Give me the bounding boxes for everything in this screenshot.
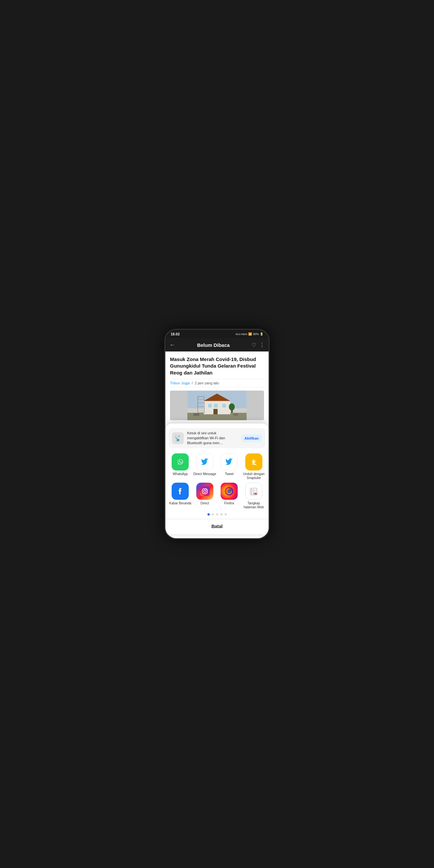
whatsapp-icon	[172, 454, 189, 470]
tweet-icon	[221, 454, 238, 470]
nav-bar: ← Belum Dibaca ♡ ⋮	[165, 338, 269, 351]
heart-button[interactable]: ♡	[251, 342, 256, 348]
svg-point-14	[229, 403, 235, 410]
article-title: Masuk Zona Merah Covid-19, Disbud Gunung…	[170, 356, 264, 376]
svg-rect-8	[213, 409, 218, 414]
svg-rect-31	[252, 489, 255, 490]
facebook-icon	[172, 483, 189, 500]
data-speed: 43.0 KB/S	[236, 333, 247, 336]
svg-rect-20	[252, 464, 256, 465]
dot-2	[212, 513, 214, 516]
svg-rect-5	[208, 404, 212, 407]
back-button[interactable]: ←	[169, 342, 175, 348]
page-title: Belum Dibaca	[178, 342, 249, 348]
apps-grid: WhatsApp Direct Message	[169, 454, 265, 509]
wifi-bluetooth-icon: 📡	[174, 435, 182, 442]
dot-5	[224, 513, 227, 516]
direct-message-label: Direct Message	[193, 472, 216, 476]
signal-icon: 📶	[248, 332, 252, 336]
direct-message-icon	[196, 454, 213, 470]
status-bar: 18.02 43.0 KB/S 📶 30% 🔋	[165, 330, 269, 338]
app-firefox[interactable]: Firefox	[218, 483, 241, 509]
svg-rect-7	[222, 404, 226, 407]
svg-rect-33	[252, 492, 254, 493]
app-capture[interactable]: Tangkap halaman Web	[242, 483, 266, 509]
article-separator: /	[192, 381, 193, 385]
status-time: 18.02	[170, 332, 180, 336]
more-button[interactable]: ⋮	[259, 342, 265, 348]
battery-icon: 🔋	[260, 332, 264, 336]
cancel-button[interactable]: Batal	[169, 522, 265, 531]
sheet-divider	[165, 519, 269, 519]
snaptube-icon	[245, 454, 262, 470]
app-tweet[interactable]: Tweet	[218, 454, 241, 480]
article-time: 2 jam yang lalu	[195, 381, 219, 385]
app-whatsapp[interactable]: WhatsApp	[169, 454, 192, 480]
svg-rect-32	[252, 491, 255, 491]
phone-frame: 18.02 43.0 KB/S 📶 30% 🔋 ← Belum Dibaca ♡…	[164, 329, 270, 539]
app-snaptube[interactable]: Unduh dengan Snaptube	[242, 454, 266, 480]
firefox-icon	[221, 483, 238, 500]
nav-actions: ♡ ⋮	[251, 342, 265, 348]
facebook-label: Kabar Beranda	[169, 501, 191, 505]
firefox-label: Firefox	[224, 501, 235, 505]
svg-rect-15	[193, 413, 199, 415]
nearby-icon: 📡	[172, 432, 184, 444]
svg-rect-16	[234, 413, 238, 415]
article-meta: Tribun Jogja / 2 jam yang lalu	[170, 379, 264, 387]
svg-rect-6	[214, 404, 218, 407]
app-facebook[interactable]: Kabar Beranda	[169, 483, 192, 509]
dot-1	[208, 513, 210, 516]
instagram-icon	[196, 483, 213, 500]
nearby-text: Ketuk di sini untuk mengaktifkan Wi-Fi d…	[187, 431, 238, 445]
battery-text: 30%	[253, 332, 259, 336]
svg-rect-23	[200, 486, 210, 496]
page-dots	[169, 513, 265, 516]
capture-label: Tangkap halaman Web	[242, 501, 266, 509]
snaptube-label: Unduh dengan Snaptube	[242, 472, 266, 480]
share-sheet: 📡 Ketuk di sini untuk mengaktifkan Wi-Fi…	[165, 424, 269, 534]
dot-3	[216, 513, 218, 516]
article-source[interactable]: Tribun Jogja	[170, 381, 190, 385]
activate-button[interactable]: Aktifkan	[241, 434, 262, 442]
direct-label: Direct	[200, 501, 209, 505]
svg-point-17	[176, 458, 184, 466]
nearby-prompt: 📡 Ketuk di sini untuk mengaktifkan Wi-Fi…	[169, 428, 265, 448]
app-direct-message[interactable]: Direct Message	[193, 454, 217, 480]
capture-icon	[245, 483, 262, 500]
content-wrapper: Masuk Zona Merah Covid-19, Disbud Gunung…	[165, 351, 269, 539]
dot-4	[220, 513, 223, 516]
article-image	[170, 391, 264, 420]
svg-point-26	[206, 489, 207, 490]
article-area: Masuk Zona Merah Covid-19, Disbud Gunung…	[165, 351, 269, 431]
tweet-label: Tweet	[225, 472, 234, 476]
whatsapp-label: WhatsApp	[173, 472, 188, 476]
status-icons: 43.0 KB/S 📶 30% 🔋	[236, 332, 264, 336]
app-direct[interactable]: Direct	[193, 483, 217, 509]
